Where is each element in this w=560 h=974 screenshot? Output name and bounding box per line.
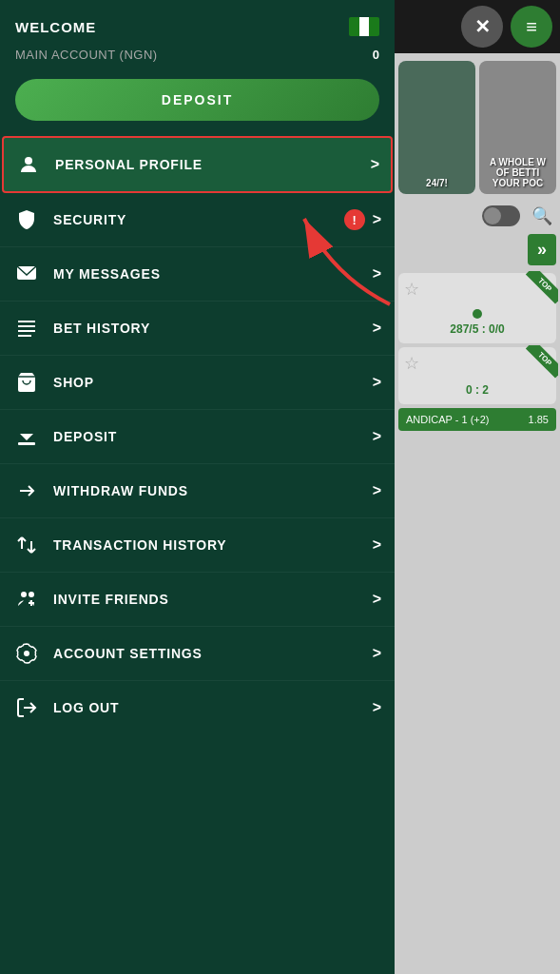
star-icon-2[interactable]: ☆ xyxy=(404,353,419,374)
handicap-label: ANDICAP - 1 (+2) xyxy=(406,414,490,425)
search-icon[interactable]: 🔍 xyxy=(531,205,552,226)
top-bar: ✕ ≡ xyxy=(395,0,560,53)
personal-profile-label: PERSONAL PROFILE xyxy=(55,157,371,172)
deposit-icon xyxy=(13,423,40,450)
svg-point-0 xyxy=(25,157,32,165)
shop-label: SHOP xyxy=(53,375,373,390)
svg-rect-2 xyxy=(18,321,35,322)
menu-item-personal-profile[interactable]: PERSONAL PROFILE > xyxy=(2,136,393,193)
menu-item-withdraw-funds[interactable]: WITHDRAW FUNDS > xyxy=(0,464,395,518)
star-icon-1[interactable]: ☆ xyxy=(404,279,419,300)
transaction-history-label: TRANSACTION HISTORY xyxy=(53,537,373,553)
menu-item-security[interactable]: SECURITY ! > xyxy=(0,193,395,247)
menu-item-account-settings[interactable]: ACCOUNT SETTINGS > xyxy=(0,627,395,681)
handicap-value: 1.85 xyxy=(529,414,549,425)
promo-card-1[interactable]: 24/7! xyxy=(398,61,475,194)
match-card-1[interactable]: ☆ 287/5 : 0/0 xyxy=(398,273,556,343)
close-button[interactable]: ✕ xyxy=(461,6,503,48)
deposit-label: DEPOSIT xyxy=(53,429,373,444)
account-settings-label: ACCOUNT SETTINGS xyxy=(53,646,373,661)
account-balance: 0 xyxy=(373,48,379,62)
menu-item-shop[interactable]: SHOP > xyxy=(0,356,395,410)
menu-item-log-out[interactable]: LOG OUT > xyxy=(0,681,395,734)
top-badge-1 xyxy=(520,271,558,309)
invite-friends-label: INVITE FRIENDS xyxy=(53,592,373,607)
svg-point-8 xyxy=(21,592,27,597)
shield-icon xyxy=(13,206,40,233)
account-row: MAIN ACCOUNT (NGN) 0 xyxy=(0,44,395,75)
hamburger-button[interactable]: ≡ xyxy=(511,6,552,48)
menu-item-deposit[interactable]: DEPOSIT > xyxy=(0,410,395,464)
svg-point-9 xyxy=(29,592,34,597)
transaction-history-chevron: > xyxy=(373,536,381,554)
account-settings-chevron: > xyxy=(373,645,381,662)
svg-rect-3 xyxy=(18,325,35,327)
menu-item-my-messages[interactable]: MY MESSAGES > xyxy=(0,247,395,302)
match-score-1: 287/5 : 0/0 xyxy=(406,322,549,336)
promo-cards: 24/7! A WHOLE W OF BETTI YOUR POC xyxy=(395,53,560,202)
toggle-button[interactable] xyxy=(482,205,520,226)
bet-history-label: BET HISTORY xyxy=(53,321,373,336)
deposit-chevron: > xyxy=(373,428,381,445)
transfer-icon xyxy=(13,532,40,558)
handicap-bar[interactable]: ANDICAP - 1 (+2) 1.85 xyxy=(398,408,556,431)
match-score-2: 0 : 2 xyxy=(406,383,549,397)
withdraw-funds-label: WITHDRAW FUNDS xyxy=(53,483,373,498)
menu-item-invite-friends[interactable]: INVITE FRIENDS > xyxy=(0,573,395,627)
card-1-text: 24/7! xyxy=(426,178,448,188)
logout-icon xyxy=(13,694,40,721)
toggle-knob xyxy=(484,207,501,224)
invite-friends-chevron: > xyxy=(373,591,381,608)
list-icon xyxy=(13,315,40,341)
promo-card-2[interactable]: A WHOLE W OF BETTI YOUR POC xyxy=(479,61,556,194)
log-out-chevron: > xyxy=(373,699,381,716)
nav-arrows[interactable]: » xyxy=(528,234,556,265)
deposit-button[interactable]: DEPOSIT xyxy=(15,79,379,121)
controls-row: 🔍 xyxy=(395,202,560,230)
deposit-button-wrap: DEPOSIT xyxy=(0,75,395,136)
welcome-text: WELCOME xyxy=(15,19,96,35)
app-container: WELCOME MAIN ACCOUNT (NGN) 0 DEPOSIT xyxy=(0,0,560,974)
personal-profile-chevron: > xyxy=(371,156,379,173)
bet-history-chevron: > xyxy=(373,320,381,337)
withdraw-funds-chevron: > xyxy=(373,482,381,499)
sidebar: WELCOME MAIN ACCOUNT (NGN) 0 DEPOSIT xyxy=(0,0,395,974)
security-chevron: > xyxy=(373,211,381,228)
svg-rect-4 xyxy=(18,330,35,332)
nigeria-flag xyxy=(349,17,379,36)
user-icon xyxy=(15,151,42,178)
top-badge-2 xyxy=(520,345,558,383)
svg-rect-7 xyxy=(18,442,35,445)
settings-icon xyxy=(13,640,40,667)
security-badge: ! xyxy=(344,209,365,230)
svg-rect-5 xyxy=(18,335,31,337)
account-label: MAIN ACCOUNT (NGN) xyxy=(15,48,158,62)
sidebar-header: WELCOME xyxy=(0,0,395,44)
shop-chevron: > xyxy=(373,374,381,391)
cart-icon xyxy=(13,369,40,396)
svg-point-12 xyxy=(24,651,29,656)
menu-item-transaction-history[interactable]: TRANSACTION HISTORY > xyxy=(0,518,395,573)
message-icon xyxy=(13,261,40,287)
invite-icon xyxy=(13,586,40,613)
my-messages-chevron: > xyxy=(373,265,381,282)
my-messages-label: MY MESSAGES xyxy=(53,266,373,282)
match-card-2[interactable]: ☆ 0 : 2 xyxy=(398,347,556,404)
security-label: SECURITY xyxy=(53,212,344,227)
right-panel: ✕ ≡ 24/7! A WHOLE W OF BETTI YOUR POC 🔍 … xyxy=(395,0,560,974)
withdraw-icon xyxy=(13,477,40,504)
log-out-label: LOG OUT xyxy=(53,700,373,715)
card-2-text: A WHOLE W OF BETTI YOUR POC xyxy=(485,157,550,188)
menu-item-bet-history[interactable]: BET HISTORY > xyxy=(0,302,395,356)
